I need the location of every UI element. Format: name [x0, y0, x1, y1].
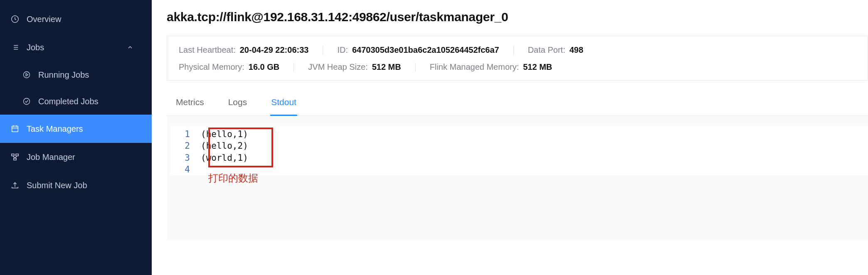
- info-value: 20-04-29 22:06:33: [240, 45, 309, 55]
- sidebar-item-label: Submit New Job: [27, 181, 87, 190]
- sidebar-item-completed-jobs[interactable]: Completed Jobs: [15, 88, 152, 115]
- divider: [513, 46, 514, 55]
- info-value: 512 MB: [372, 62, 401, 72]
- svg-rect-10: [12, 126, 18, 132]
- sidebar-item-task-managers[interactable]: Task Managers: [0, 115, 152, 143]
- info-physical-memory: Physical Memory: 16.0 GB: [179, 62, 279, 72]
- info-value: 16.0 GB: [249, 62, 279, 72]
- info-panel: Last Heartbeat: 20-04-29 22:06:33 ID: 64…: [167, 36, 868, 81]
- info-value: 498: [570, 45, 583, 55]
- page-title: akka.tcp://flink@192.168.31.142:49862/us…: [167, 10, 868, 24]
- svg-point-7: [24, 72, 30, 78]
- line-number: 2: [170, 140, 201, 152]
- svg-rect-15: [16, 154, 18, 156]
- info-label: Last Heartbeat:: [179, 45, 236, 55]
- annotation-label: 打印的数据: [208, 172, 258, 185]
- tab-stdout[interactable]: Stdout: [270, 95, 297, 116]
- check-circle-icon: [22, 96, 32, 106]
- sidebar-item-running-jobs[interactable]: Running Jobs: [15, 61, 152, 88]
- tab-logs[interactable]: Logs: [227, 95, 248, 116]
- stdout-panel: 1 (hello,1) 2 (hello,2) 3 (world,1) 4 打印…: [167, 116, 868, 241]
- calendar-icon: [10, 124, 20, 134]
- tab-metrics[interactable]: Metrics: [175, 95, 205, 116]
- svg-point-9: [24, 98, 30, 105]
- sidebar-item-label: Overview: [27, 15, 61, 24]
- divider: [415, 63, 416, 72]
- info-label: Physical Memory:: [179, 62, 244, 72]
- svg-rect-16: [14, 158, 16, 160]
- line-number: 1: [170, 128, 201, 140]
- code-text: (hello,1): [201, 128, 248, 140]
- tabs: Metrics Logs Stdout: [167, 95, 868, 116]
- info-id: ID: 6470305d3e01ba6c2a105264452fc6a7: [337, 45, 499, 55]
- divider: [323, 46, 323, 55]
- cluster-icon: [10, 152, 20, 162]
- chevron-up-icon: [125, 42, 135, 52]
- sidebar-item-jobs[interactable]: Jobs: [0, 33, 152, 61]
- code-text: (world,1): [201, 152, 248, 164]
- info-value: 512 MB: [523, 62, 552, 72]
- info-label: JVM Heap Size:: [308, 62, 367, 72]
- divider: [293, 63, 294, 72]
- svg-rect-14: [12, 154, 14, 156]
- sidebar-item-label: Task Managers: [27, 124, 83, 134]
- sidebar-jobs-submenu: Running Jobs Completed Jobs: [0, 61, 152, 115]
- svg-line-18: [15, 156, 17, 158]
- info-data-port: Data Port: 498: [528, 45, 583, 55]
- info-value: 6470305d3e01ba6c2a105264452fc6a7: [352, 45, 499, 55]
- line-number: 4: [170, 164, 201, 175]
- info-last-heartbeat: Last Heartbeat: 20-04-29 22:06:33: [179, 45, 308, 55]
- main-content: akka.tcp://flink@192.168.31.142:49862/us…: [152, 0, 868, 275]
- sidebar-item-job-manager[interactable]: Job Manager: [0, 143, 152, 171]
- sidebar-item-overview[interactable]: Overview: [0, 5, 152, 33]
- info-label: ID:: [337, 45, 348, 55]
- dashboard-icon: [10, 14, 20, 24]
- info-flink-managed: Flink Managed Memory: 512 MB: [430, 62, 552, 72]
- sidebar-item-submit-new-job[interactable]: Submit New Job: [0, 171, 152, 199]
- list-icon: [10, 42, 20, 52]
- play-circle-icon: [22, 70, 32, 80]
- line-number: 3: [170, 152, 201, 164]
- info-label: Flink Managed Memory:: [430, 62, 519, 72]
- code-viewer[interactable]: 1 (hello,1) 2 (hello,2) 3 (world,1) 4 打印…: [170, 126, 868, 175]
- info-label: Data Port:: [528, 45, 565, 55]
- upload-icon: [10, 180, 20, 190]
- sidebar-item-label: Running Jobs: [38, 70, 89, 80]
- svg-marker-8: [26, 74, 28, 76]
- svg-line-17: [13, 156, 15, 158]
- sidebar-item-label: Job Manager: [27, 152, 75, 162]
- code-text: (hello,2): [201, 140, 248, 152]
- sidebar: Overview Jobs Running Jobs Completed Job…: [0, 0, 152, 275]
- sidebar-item-label: Jobs: [27, 43, 44, 52]
- sidebar-item-label: Completed Jobs: [38, 97, 99, 106]
- info-jvm-heap: JVM Heap Size: 512 MB: [308, 62, 401, 72]
